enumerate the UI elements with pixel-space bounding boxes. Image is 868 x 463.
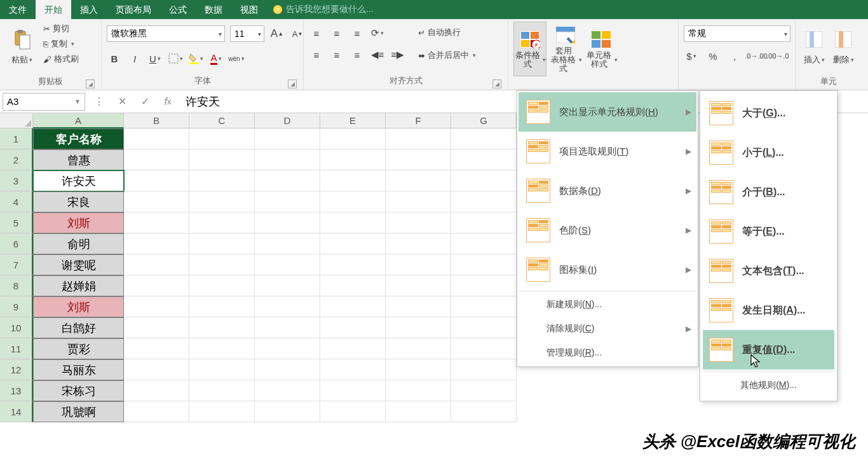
row-header[interactable]: 14 <box>0 401 33 422</box>
align-bot-button[interactable]: ≡ <box>349 25 365 41</box>
cell[interactable] <box>320 275 386 296</box>
shrink-font-button[interactable]: A▼ <box>290 26 305 41</box>
cell[interactable] <box>189 380 255 401</box>
cancel-button[interactable]: ✕ <box>111 93 133 111</box>
cell[interactable] <box>255 380 320 401</box>
cell[interactable] <box>451 128 517 149</box>
cell[interactable] <box>189 233 255 254</box>
cell[interactable] <box>255 233 320 254</box>
cell[interactable] <box>124 317 189 338</box>
cell[interactable] <box>320 401 386 422</box>
select-all[interactable] <box>0 113 33 128</box>
name-box[interactable]: A3▼ <box>3 93 85 111</box>
italic-button[interactable]: I <box>127 51 142 66</box>
font-size-select[interactable]: 11 <box>230 25 264 42</box>
cell[interactable] <box>386 149 451 170</box>
enter-button[interactable]: ✓ <box>133 93 156 111</box>
cell[interactable] <box>124 275 189 296</box>
cell[interactable]: 许安天 <box>33 170 124 191</box>
tab-view[interactable]: 视图 <box>231 0 267 19</box>
cell[interactable] <box>124 170 189 191</box>
row-header[interactable]: 9 <box>0 296 33 317</box>
cell[interactable] <box>255 191 320 212</box>
submenu-item[interactable]: 其他规则(M)... <box>703 373 834 398</box>
cell[interactable] <box>386 233 451 254</box>
tab-data[interactable]: 数据 <box>196 0 231 19</box>
cell[interactable] <box>451 149 517 170</box>
submenu-item[interactable]: 大于(G)... <box>703 93 834 133</box>
cell[interactable] <box>386 296 451 317</box>
cell[interactable] <box>320 212 386 233</box>
font-name-select[interactable]: 微软雅黑 <box>107 25 225 42</box>
cell[interactable] <box>451 191 517 212</box>
cell[interactable] <box>255 254 320 275</box>
cell[interactable] <box>451 233 517 254</box>
align-center-button[interactable]: ≡ <box>329 47 344 62</box>
insert-cells-button[interactable]: 插入 <box>801 22 827 76</box>
col-header-D[interactable]: D <box>255 113 320 128</box>
submenu-item[interactable]: 重复值(D)... <box>703 330 834 370</box>
cell[interactable]: 巩虢啊 <box>33 401 124 422</box>
menu-item[interactable]: 突出显示单元格规则(H)▶ <box>519 92 696 132</box>
cell[interactable] <box>189 149 255 170</box>
cell[interactable] <box>320 149 386 170</box>
format-painter-button[interactable]: 🖌格式刷 <box>41 52 81 66</box>
cell[interactable] <box>189 338 255 359</box>
tab-insert[interactable]: 插入 <box>71 0 107 19</box>
cell[interactable] <box>255 317 320 338</box>
row-header[interactable]: 4 <box>0 191 33 212</box>
cell[interactable] <box>124 296 189 317</box>
tab-file[interactable]: 文件 <box>0 0 36 19</box>
cell-styles-button[interactable]: 单元格样式 <box>585 22 618 76</box>
cell[interactable] <box>124 233 189 254</box>
cell[interactable] <box>124 359 189 380</box>
cell[interactable]: 白鹄好 <box>33 317 124 338</box>
cell[interactable] <box>189 128 255 149</box>
cell[interactable] <box>124 401 189 422</box>
cell[interactable] <box>386 359 451 380</box>
cell[interactable] <box>124 128 189 149</box>
col-header-G[interactable]: G <box>451 113 517 128</box>
cell[interactable] <box>386 212 451 233</box>
cell[interactable] <box>124 149 189 170</box>
row-header[interactable]: 7 <box>0 254 33 275</box>
align-launcher[interactable]: ◢ <box>492 79 501 88</box>
cell[interactable] <box>189 212 255 233</box>
accounting-button[interactable]: $ <box>684 48 699 64</box>
indent-dec-button[interactable]: ◀≡ <box>370 47 385 62</box>
cell[interactable] <box>320 254 386 275</box>
align-top-button[interactable]: ≡ <box>309 25 324 41</box>
cell[interactable] <box>320 296 386 317</box>
row-header[interactable]: 6 <box>0 233 33 254</box>
row-header[interactable]: 2 <box>0 149 33 170</box>
row-header[interactable]: 3 <box>0 170 33 191</box>
submenu-item[interactable]: 介于(B)... <box>703 172 834 212</box>
col-header-F[interactable]: F <box>386 113 451 128</box>
cell[interactable] <box>189 254 255 275</box>
cell[interactable] <box>451 212 517 233</box>
cell[interactable] <box>451 275 517 296</box>
cell[interactable] <box>320 380 386 401</box>
cell[interactable] <box>189 170 255 191</box>
cell[interactable] <box>451 317 517 338</box>
cell[interactable] <box>451 170 517 191</box>
inc-decimal-button[interactable]: .0→.00 <box>749 48 764 64</box>
row-header[interactable]: 1 <box>0 128 33 149</box>
cell[interactable] <box>255 212 320 233</box>
cell[interactable] <box>255 128 320 149</box>
table-format-button[interactable]: 套用 表格格式 <box>549 22 582 76</box>
cell[interactable] <box>320 191 386 212</box>
phonetic-button[interactable]: wén <box>229 51 244 66</box>
orientation-button[interactable]: ⟳ <box>370 25 385 41</box>
delete-cells-button[interactable]: 删除 <box>830 22 857 76</box>
col-header-A[interactable]: A <box>33 113 124 128</box>
cell[interactable]: 刘斯 <box>33 212 124 233</box>
paste-button[interactable]: 粘贴 <box>5 22 38 76</box>
cell[interactable] <box>451 296 517 317</box>
cell[interactable] <box>124 380 189 401</box>
menu-item[interactable]: 色阶(S)▶ <box>519 211 696 250</box>
bold-button[interactable]: B <box>107 51 122 66</box>
cell[interactable] <box>255 359 320 380</box>
wrap-text-button[interactable]: ↵自动换行 <box>416 25 478 39</box>
cell[interactable] <box>255 401 320 422</box>
